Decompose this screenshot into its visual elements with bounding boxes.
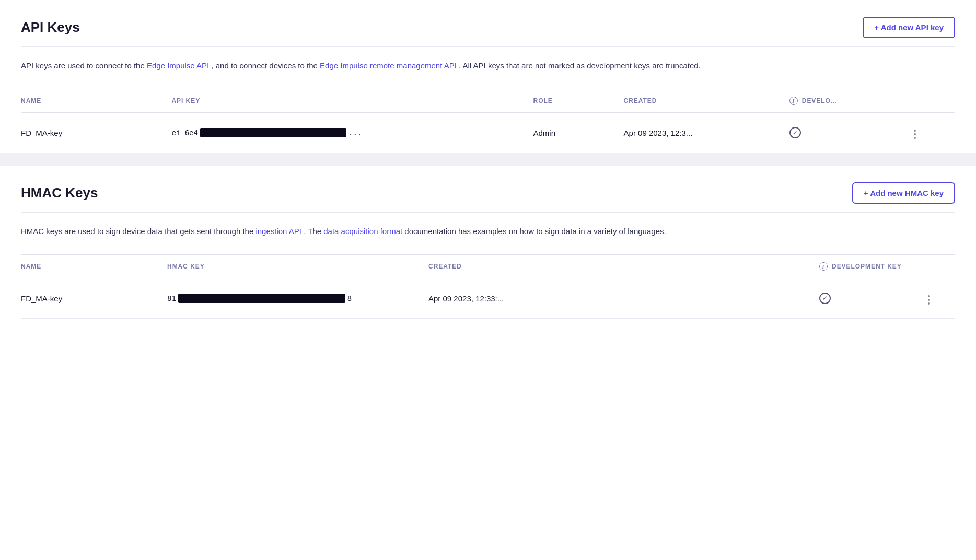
col-header-actions	[910, 89, 955, 113]
table-row: FD_MA-key 81 8 Apr 09 2023, 12:33:... ✓	[21, 278, 955, 319]
api-keys-table-header-row: NAME API KEY ROLE CREATED i DEVELO.	[21, 89, 955, 113]
hmac-key-prefix: 81	[167, 294, 176, 302]
hmac-key-development-check: ✓	[819, 278, 924, 319]
col-header-role: ROLE	[533, 89, 624, 113]
hmac-key-created: Apr 09 2023, 12:33:...	[428, 278, 819, 319]
api-key-created: Apr 09 2023, 12:3...	[624, 113, 789, 153]
table-row: FD_MA-key ei_6e4 ... Admin Apr 09 2023, …	[21, 113, 955, 153]
hmac-description-text-1: HMAC keys are used to sign device data t…	[21, 227, 255, 236]
api-key-role: Admin	[533, 113, 624, 153]
edge-impulse-api-link[interactable]: Edge Impulse API	[147, 61, 209, 70]
dot-2	[928, 299, 930, 301]
hmac-keys-description: HMAC keys are used to sign device data t…	[21, 225, 955, 238]
api-key-actions[interactable]	[910, 113, 955, 153]
add-api-key-button[interactable]: + Add new API key	[863, 17, 955, 38]
api-keys-header: API Keys + Add new API key	[21, 17, 955, 47]
col-header-development: i DEVELO...	[789, 89, 910, 113]
dot-1	[914, 130, 916, 132]
dot-2	[914, 133, 916, 135]
col-header-apikey: API KEY	[171, 89, 533, 113]
hmac-keys-header: HMAC Keys + Add new HMAC key	[21, 182, 955, 213]
hmac-key-value: 81 8	[167, 278, 428, 319]
dot-3	[914, 137, 916, 139]
api-keys-section: API Keys + Add new API key API keys are …	[21, 17, 955, 153]
api-keys-table: NAME API KEY ROLE CREATED i DEVELO.	[21, 89, 955, 153]
api-keys-description: API keys are used to connect to the Edge…	[21, 60, 955, 72]
api-key-suffix: ...	[348, 129, 362, 137]
hmac-key-name: FD_MA-key	[21, 278, 167, 319]
hmac-key-redacted	[178, 294, 345, 303]
api-key-name: FD_MA-key	[21, 113, 171, 153]
hmac-col-header-key: HMAC KEY	[167, 255, 428, 278]
hmac-key-actions[interactable]	[924, 278, 955, 319]
ingestion-api-link[interactable]: ingestion API	[255, 227, 301, 236]
api-key-development-check: ✓	[789, 113, 910, 153]
section-separator	[0, 153, 976, 166]
hmac-col-header-development: i DEVELOPMENT KEY	[819, 255, 924, 278]
hmac-col-header-actions	[924, 255, 955, 278]
hmac-key-suffix: 8	[347, 294, 352, 302]
hmac-description-text-3: documentation has examples on how to sig…	[404, 227, 666, 236]
api-key-menu-button[interactable]	[910, 127, 920, 141]
hmac-check-circle-icon: ✓	[819, 293, 831, 304]
description-text-2: , and to connect devices to the	[211, 61, 320, 70]
col-header-name: NAME	[21, 89, 171, 113]
col-header-created: CREATED	[624, 89, 789, 113]
hmac-keys-section: HMAC Keys + Add new HMAC key HMAC keys a…	[21, 182, 955, 319]
api-key-value: ei_6e4 ...	[171, 113, 533, 153]
api-keys-title: API Keys	[21, 19, 80, 36]
dot-3	[928, 302, 930, 305]
development-info-icon[interactable]: i	[789, 97, 798, 105]
description-text-1: API keys are used to connect to the	[21, 61, 147, 70]
hmac-key-menu-button[interactable]	[924, 293, 934, 307]
dot-1	[928, 295, 930, 297]
hmac-col-header-created: CREATED	[428, 255, 819, 278]
data-acquisition-format-link[interactable]: data acquisition format	[323, 227, 402, 236]
hmac-keys-table: NAME HMAC KEY CREATED i DEVELOPMENT KEY	[21, 254, 955, 319]
hmac-keys-title: HMAC Keys	[21, 185, 98, 201]
hmac-col-header-name: NAME	[21, 255, 167, 278]
hmac-keys-table-header-row: NAME HMAC KEY CREATED i DEVELOPMENT KEY	[21, 255, 955, 278]
hmac-development-info-icon[interactable]: i	[819, 262, 828, 271]
api-key-prefix: ei_6e4	[171, 129, 198, 137]
api-key-redacted	[200, 128, 346, 137]
remote-management-api-link[interactable]: Edge Impulse remote management API	[320, 61, 457, 70]
description-text-3: . All API keys that are not marked as de…	[459, 61, 701, 70]
check-circle-icon: ✓	[789, 127, 801, 138]
add-hmac-key-button[interactable]: + Add new HMAC key	[852, 182, 955, 204]
hmac-description-text-2: . The	[304, 227, 323, 236]
